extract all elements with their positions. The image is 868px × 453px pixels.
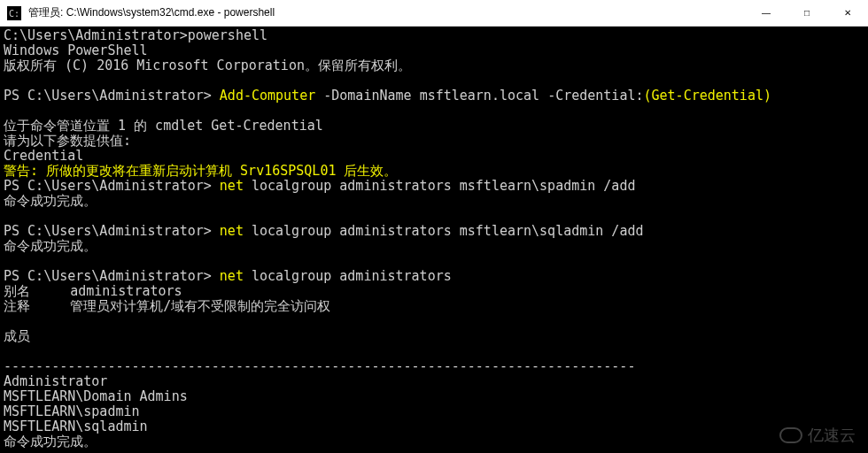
member-line: MSFTLEARN\Domain Admins — [4, 388, 188, 404]
output-line: 版权所有 (C) 2016 Microsoft Corporation。保留所有… — [4, 58, 411, 73]
cmd: net — [220, 268, 252, 284]
window-controls: — □ ✕ — [746, 0, 868, 26]
separator-line: ----------------------------------------… — [4, 358, 635, 374]
output-line: 命令成功完成。 — [4, 193, 97, 209]
member-line: MSFTLEARN\sqladmin — [4, 418, 148, 434]
ps-prompt: PS C:\Users\Administrator> — [4, 268, 220, 284]
param: -DomainName — [323, 88, 419, 104]
paren: ( — [644, 88, 652, 104]
warning-line: 警告: 所做的更改将在重新启动计算机 Srv16SPSQL01 后生效。 — [4, 163, 398, 179]
cmd: net — [220, 223, 252, 239]
cmdlet: Get-Credential — [652, 88, 763, 104]
ps-prompt: PS C:\Users\Administrator> — [4, 178, 220, 194]
cmdlet: Add-Computer — [220, 88, 323, 104]
cmd-icon: C: — [5, 4, 23, 22]
output-line: Credential — [4, 148, 83, 164]
close-button[interactable]: ✕ — [827, 0, 868, 26]
paren: ) — [763, 88, 771, 104]
output-line: Windows PowerShell — [4, 42, 148, 58]
output-line: 成员 — [4, 328, 30, 344]
output-line: 命令成功完成。 — [4, 238, 97, 254]
output-line: 注释 管理员对计算机/域有不受限制的完全访问权 — [4, 298, 330, 314]
cmd: net — [220, 178, 252, 194]
param: -Credential: — [547, 88, 643, 104]
minimize-button[interactable]: — — [746, 0, 787, 26]
terminal-output[interactable]: C:\Users\Administrator>powershell Window… — [0, 27, 868, 453]
prompt: C:\Users\Administrator> — [4, 27, 188, 43]
ps-prompt: PS C:\Users\Administrator> — [4, 223, 220, 239]
member-line: MSFTLEARN\spadmin — [4, 403, 140, 419]
param-value: msftlearn.local — [420, 88, 548, 104]
cmd-args: localgroup administrators — [252, 268, 452, 284]
output-line: 位于命令管道位置 1 的 cmdlet Get-Credential — [4, 118, 323, 134]
maximize-button[interactable]: □ — [787, 0, 827, 26]
output-line: 请为以下参数提供值: — [4, 133, 131, 149]
output-line: 命令成功完成。 — [4, 434, 97, 449]
cmd-args: localgroup administrators msftlearn\spad… — [252, 178, 635, 194]
cmd-window: C: 管理员: C:\Windows\system32\cmd.exe - po… — [0, 0, 868, 453]
titlebar[interactable]: C: 管理员: C:\Windows\system32\cmd.exe - po… — [0, 0, 868, 27]
svg-text:C:: C: — [9, 9, 19, 19]
window-title: 管理员: C:\Windows\system32\cmd.exe - power… — [28, 5, 746, 20]
ps-prompt: PS C:\Users\Administrator> — [4, 88, 220, 104]
cmd-args: localgroup administrators msftlearn\sqla… — [252, 223, 644, 239]
output-line: 别名 administrators — [4, 283, 182, 299]
cmd-text: powershell — [188, 27, 267, 43]
member-line: Administrator — [4, 373, 107, 389]
